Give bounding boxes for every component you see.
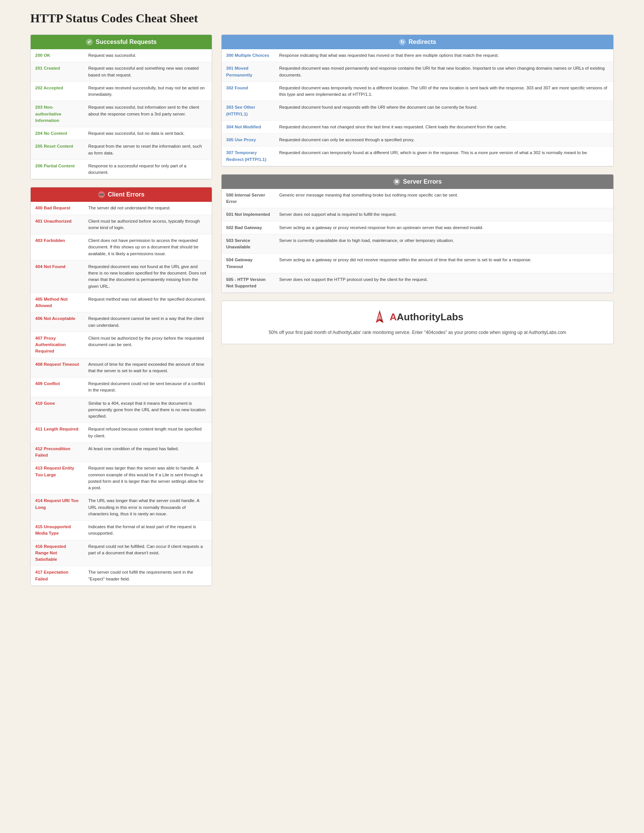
status-description: Requested document could not be sent bec… <box>84 378 212 397</box>
table-row: 206 Partial ContentResponse to a success… <box>31 159 212 179</box>
redirects-table: 300 Multiple ChoicesResponse indicating … <box>222 49 613 166</box>
table-row: 410 GoneSimilar to a 404, except that it… <box>31 397 212 423</box>
status-code: 407 Proxy Authentication Required <box>31 332 84 358</box>
status-description: Request could not be fulfilled. Can occu… <box>84 540 212 566</box>
table-row: 300 Multiple ChoicesResponse indicating … <box>222 49 613 62</box>
table-row: 403 ForbiddenClient does not have permis… <box>31 234 212 261</box>
status-description: Requested document can only be accessed … <box>275 133 613 146</box>
successful-header: ✔ Successful Requests <box>31 35 212 49</box>
status-description: Server acting as a gateway or proxy did … <box>275 254 613 273</box>
table-row: 505 - HTTP Version Not SupportedServer d… <box>222 273 613 293</box>
table-row: 202 AcceptedRequest was received success… <box>31 81 212 101</box>
status-code: 203 Non-authoritative Information <box>31 101 84 127</box>
status-description: Request was successful, but information … <box>84 101 212 127</box>
table-row: 407 Proxy Authentication RequiredClient … <box>31 332 212 358</box>
status-description: Client must be authorized by the proxy b… <box>84 332 212 358</box>
status-code: 409 Conflict <box>31 378 84 397</box>
status-code: 501 Not Implemented <box>222 208 275 221</box>
status-code: 400 Bad Request <box>31 202 84 215</box>
status-description: Server does not support the HTTP protoco… <box>275 273 613 293</box>
status-description: Request from the server to reset the inf… <box>84 140 212 160</box>
status-code: 413 Request Entity Too Large <box>31 462 84 495</box>
status-code: 408 Request Timeout <box>31 358 84 378</box>
status-description: Requested document cannot be sent in a w… <box>84 312 212 332</box>
left-column: ✔ Successful Requests 200 OKRequest was … <box>30 34 212 586</box>
status-code: 504 Gateway Timeout <box>222 254 275 273</box>
server-errors-label: Server Errors <box>403 178 442 185</box>
status-code: 205 Reset Content <box>31 140 84 160</box>
redirects-header: ↻ Redirects <box>222 35 613 49</box>
status-code: 500 Internal Server Error <box>222 189 275 208</box>
status-description: Requested document has not changed since… <box>275 121 613 133</box>
table-row: 200 OKRequest was successful. <box>31 49 212 62</box>
status-code: 405 Method Not Allowed <box>31 293 84 312</box>
status-code: 304 Not Modified <box>222 121 275 133</box>
successful-icon: ✔ <box>86 39 93 45</box>
status-description: Request was larger than the server was a… <box>84 462 212 495</box>
table-row: 400 Bad RequestThe server did not unders… <box>31 202 212 215</box>
status-description: Requested document found and responds wi… <box>275 101 613 121</box>
table-row: 304 Not ModifiedRequested document has n… <box>222 121 613 133</box>
status-description: Server does not support what is required… <box>275 208 613 221</box>
status-code: 206 Partial Content <box>31 159 84 179</box>
status-description: Server acting as a gateway or proxy rece… <box>275 221 613 234</box>
status-code: 503 Service Unavailable <box>222 234 275 254</box>
status-code: 416 Requested Range Not Satisfiable <box>31 540 84 566</box>
status-description: Requested document was temporarily moved… <box>275 81 613 101</box>
status-code: 202 Accepted <box>31 81 84 101</box>
status-description: Request refused because content length m… <box>84 423 212 442</box>
status-description: Requested document was moved permanently… <box>275 62 613 82</box>
successful-label: Successful Requests <box>96 39 157 45</box>
status-description: Response indicating that what was reques… <box>275 49 613 62</box>
status-code: 200 OK <box>31 49 84 62</box>
table-row: 405 Method Not AllowedRequest method was… <box>31 293 212 312</box>
client-errors-icon: ➖ <box>98 191 105 198</box>
redirects-section: ↻ Redirects 300 Multiple ChoicesResponse… <box>221 34 614 167</box>
table-row: 416 Requested Range Not SatisfiableReque… <box>31 540 212 566</box>
status-description: Generic error message meaning that somet… <box>275 189 613 208</box>
table-row: 409 ConflictRequested document could not… <box>31 378 212 397</box>
promo-section: AAuthorityLabs 50% off your first paid m… <box>221 301 614 344</box>
table-row: 301 Moved PermanentlyRequested document … <box>222 62 613 82</box>
client-errors-section: ➖ Client Errors 400 Bad RequestThe serve… <box>30 187 212 586</box>
table-row: 401 UnauthorizedClient must be authorize… <box>31 215 212 234</box>
status-code: 302 Found <box>222 81 275 101</box>
table-row: 412 Precondition FailedAt least one cond… <box>31 442 212 462</box>
status-description: The server could not fulfill the require… <box>84 566 212 586</box>
right-column: ↻ Redirects 300 Multiple ChoicesResponse… <box>221 34 614 344</box>
status-code: 303 See Other (HTTP/1.1) <box>222 101 275 121</box>
status-description: Request was successful, but no data is s… <box>84 127 212 140</box>
table-row: 305 Use ProxyRequested document can only… <box>222 133 613 146</box>
redirects-label: Redirects <box>409 39 436 45</box>
status-description: Response to a successful request for onl… <box>84 159 212 179</box>
table-row: 414 Request URI Too LongThe URL was long… <box>31 495 212 521</box>
table-row: 204 No ContentRequest was successful, bu… <box>31 127 212 140</box>
table-row: 501 Not ImplementedServer does not suppo… <box>222 208 613 221</box>
client-errors-header: ➖ Client Errors <box>31 187 212 202</box>
status-code: 412 Precondition Failed <box>31 442 84 462</box>
server-errors-icon: ✖ <box>393 178 400 185</box>
table-row: 504 Gateway TimeoutServer acting as a ga… <box>222 254 613 273</box>
table-row: 201 CreatedRequest was successful and so… <box>31 62 212 82</box>
status-description: At least one condition of the request ha… <box>84 442 212 462</box>
status-code: 201 Created <box>31 62 84 82</box>
status-code: 415 Unsupported Media Type <box>31 521 84 540</box>
status-code: 401 Unauthorized <box>31 215 84 234</box>
page-title: HTTP Status Codes Cheat Sheet <box>30 11 614 26</box>
authority-labs-logo-icon <box>371 309 388 325</box>
status-description: The URL was longer than what the server … <box>84 495 212 521</box>
status-description: Request was successful and something new… <box>84 62 212 82</box>
status-description: Requested document can temporarily found… <box>275 146 613 166</box>
status-description: Amount of time for the request exceeded … <box>84 358 212 378</box>
status-description: Client does not have permission to acces… <box>84 234 212 261</box>
status-code: 411 Length Required <box>31 423 84 442</box>
server-errors-table: 500 Internal Server ErrorGeneric error m… <box>222 189 613 293</box>
table-row: 502 Bad GatewayServer acting as a gatewa… <box>222 221 613 234</box>
table-row: 406 Not AcceptableRequested document can… <box>31 312 212 332</box>
status-code: 502 Bad Gateway <box>222 221 275 234</box>
redirects-icon: ↻ <box>399 39 406 45</box>
status-code: 410 Gone <box>31 397 84 423</box>
promo-text: 50% off your first paid month of Authori… <box>229 329 606 336</box>
status-description: Request was successful. <box>84 49 212 62</box>
status-description: Requested document was not found at the … <box>84 260 212 293</box>
